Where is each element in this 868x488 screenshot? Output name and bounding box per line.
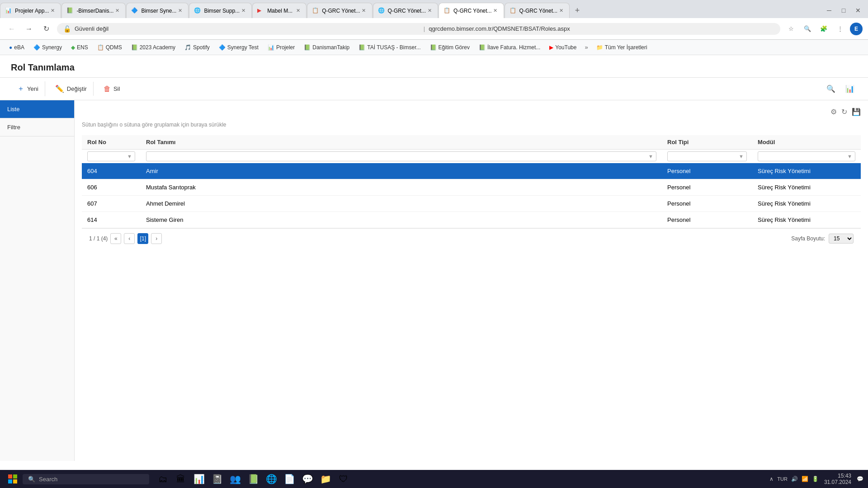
tab-close[interactable]: ✕ bbox=[294, 7, 302, 14]
taskbar-search[interactable]: 🔍 Search bbox=[23, 474, 149, 484]
next-page-button[interactable]: › bbox=[151, 233, 162, 244]
filter-rolno[interactable]: ▼ bbox=[87, 151, 135, 161]
col-header-rol-tipi[interactable]: Rol Tipi bbox=[662, 135, 752, 150]
refresh-button[interactable]: ↻ bbox=[40, 23, 52, 35]
taskbar-word-app[interactable]: 📄 bbox=[281, 471, 297, 487]
tab-qgrc2[interactable]: 🌐 Q-GRC Yönet... ✕ bbox=[373, 3, 438, 18]
page-title: Rol Tanımlama bbox=[11, 62, 857, 73]
tab-close[interactable]: ✕ bbox=[240, 7, 247, 14]
bookmark-folder[interactable]: 📁 Tüm Yer İşaretleri bbox=[593, 43, 651, 52]
taskbar-chrome-app[interactable]: 🌐 bbox=[263, 471, 279, 487]
tab-mabel[interactable]: ▶ Mabel M... ✕ bbox=[252, 3, 307, 18]
filter-roltanim[interactable]: ▼ bbox=[146, 151, 656, 161]
filter-roltipi[interactable]: ▼ bbox=[667, 151, 747, 161]
taskbar: 🔍 Search 🗂 🏛 📊 📓 👥 📗 🌐 📄 💬 bbox=[0, 470, 868, 488]
start-button[interactable] bbox=[5, 471, 21, 487]
bookmark-spotify[interactable]: 🎵 Spotify bbox=[181, 43, 213, 52]
bookmarks-more-button[interactable]: » bbox=[582, 42, 590, 52]
prev-page-button[interactable]: ‹ bbox=[124, 233, 135, 244]
table-row[interactable]: 614 Sisteme Giren Personel Süreç Risk Yö… bbox=[82, 212, 861, 228]
bookmark-ens[interactable]: ◆ ENS bbox=[67, 43, 92, 52]
tab-bimser-syne[interactable]: 🔷 Bimser Syne... ✕ bbox=[126, 3, 189, 18]
tab-bimser-supp[interactable]: 🌐 Bimser Supp... ✕ bbox=[189, 3, 252, 18]
table-row[interactable]: 607 Ahmet Demirel Personel Süreç Risk Yö… bbox=[82, 196, 861, 212]
tab-close[interactable]: ✕ bbox=[49, 7, 56, 14]
restore-button[interactable]: □ bbox=[837, 4, 850, 17]
taskbar-excel-app[interactable]: 📗 bbox=[245, 471, 261, 487]
bookmark-qdms[interactable]: 📋 QDMS bbox=[94, 43, 126, 52]
bookmark-ilave[interactable]: 📗 İlave Fatura. Hizmet... bbox=[475, 43, 544, 52]
save-view-icon-button[interactable]: 💾 bbox=[852, 108, 861, 116]
edit-button[interactable]: ✏️ Değiştir bbox=[49, 82, 94, 96]
taskbar-teams-app[interactable]: 📊 bbox=[191, 471, 207, 487]
tab-bimser-danis[interactable]: 📗 -BimserDanis... ✕ bbox=[61, 3, 126, 18]
filter-roltanim-input[interactable] bbox=[149, 153, 648, 160]
tab-qgrc3-active[interactable]: 📋 Q-GRC Yönet... ✕ bbox=[439, 3, 504, 18]
col-header-rol-no[interactable]: Rol No bbox=[82, 135, 141, 150]
taskbar-files-app[interactable]: 🗂 bbox=[155, 471, 171, 487]
taskbar-teams3-app[interactable]: 💬 bbox=[299, 471, 316, 487]
tab-close[interactable]: ✕ bbox=[492, 7, 499, 14]
refresh-icon-button[interactable]: ↻ bbox=[841, 108, 847, 116]
tab-qgrc4[interactable]: 📋 Q-GRC Yönet... ✕ bbox=[505, 3, 570, 18]
chevron-up-icon[interactable]: ∧ bbox=[769, 476, 774, 482]
tab-qgrc1[interactable]: 📋 Q-GRC Yönet... ✕ bbox=[307, 3, 372, 18]
col-header-modul[interactable]: Modül bbox=[752, 135, 861, 150]
bookmark-egitim[interactable]: 📗 Eğitim Görev bbox=[426, 43, 473, 52]
zoom-button[interactable]: 🔍 bbox=[801, 23, 814, 35]
bookmark-danismantakip[interactable]: 📗 DanismanTakip bbox=[300, 43, 353, 52]
search-icon-button[interactable]: 🔍 bbox=[824, 82, 838, 96]
profile-button[interactable]: E bbox=[850, 23, 863, 35]
bookmark-label: YouTube bbox=[555, 44, 576, 51]
taskbar-folder-app[interactable]: 📁 bbox=[317, 471, 334, 487]
star-button[interactable]: ☆ bbox=[785, 23, 797, 35]
tab-close[interactable]: ✕ bbox=[176, 7, 184, 14]
menu-button[interactable]: ⋮ bbox=[834, 23, 846, 35]
taskbar-security-app[interactable]: 🛡 bbox=[335, 471, 352, 487]
col-header-rol-tanim[interactable]: Rol Tanımı bbox=[141, 135, 662, 150]
page-size-select[interactable]: 15 25 50 100 bbox=[829, 234, 854, 244]
bookmark-projeler[interactable]: 📊 Projeler bbox=[264, 43, 298, 52]
network-icon[interactable]: 📶 bbox=[802, 476, 808, 482]
address-input-container[interactable]: 🔓 Güvenli değil | qgrcdemo.bimser.com.tr… bbox=[57, 23, 780, 35]
taskbar-onenote-app[interactable]: 📓 bbox=[209, 471, 225, 487]
notification-icon[interactable]: 💬 bbox=[857, 476, 863, 482]
tab-close[interactable]: ✕ bbox=[557, 7, 565, 14]
filter-roltipi-input[interactable] bbox=[670, 153, 739, 160]
sidebar-item-liste[interactable]: Liste bbox=[0, 100, 74, 118]
delete-button[interactable]: 🗑 Sil bbox=[97, 82, 126, 96]
table-row[interactable]: 606 Mustafa Sarıtoprak Personel Süreç Ri… bbox=[82, 179, 861, 196]
filter-rolno-input[interactable] bbox=[90, 153, 127, 160]
sidebar-item-filtre[interactable]: Filtre bbox=[0, 118, 74, 136]
bookmark-youtube[interactable]: ▶ YouTube bbox=[546, 43, 580, 52]
new-button[interactable]: ＋ Yeni bbox=[11, 81, 45, 96]
speaker-icon[interactable]: 🔊 bbox=[791, 476, 798, 482]
page-1-button[interactable]: [1] bbox=[137, 233, 148, 244]
extensions-button[interactable]: 🧩 bbox=[817, 23, 830, 35]
bookmark-synergy-test[interactable]: 🔷 Synergy Test bbox=[215, 43, 262, 52]
tab-close[interactable]: ✕ bbox=[360, 7, 368, 14]
close-button[interactable]: ✕ bbox=[852, 4, 864, 17]
tab-close[interactable]: ✕ bbox=[426, 7, 433, 14]
bookmark-eba[interactable]: ● eBA bbox=[5, 43, 28, 52]
table-row[interactable]: 604 Amir Personel Süreç Risk Yönetimi bbox=[82, 163, 861, 179]
bookmark-label: eBA bbox=[14, 44, 24, 51]
bookmark-tai[interactable]: 📗 TAİ TUSAŞ - Bimser... bbox=[355, 43, 424, 52]
filter-modul[interactable]: ▼ bbox=[758, 151, 855, 161]
filter-icon-button[interactable]: ⚙ bbox=[830, 108, 837, 116]
taskbar-turkey-app[interactable]: 🏛 bbox=[173, 471, 189, 487]
bookmark-synergy[interactable]: 🔷 Synergy bbox=[30, 43, 66, 52]
forward-button[interactable]: → bbox=[23, 23, 35, 35]
new-tab-button[interactable]: + bbox=[570, 3, 585, 18]
bookmark-academy[interactable]: 📗 2023 Academy bbox=[127, 43, 179, 52]
export-icon-button[interactable]: 📊 bbox=[843, 82, 857, 96]
cell-rolno: 607 bbox=[82, 196, 141, 212]
tab-close[interactable]: ✕ bbox=[113, 7, 121, 14]
taskbar-teams2-app[interactable]: 👥 bbox=[227, 471, 243, 487]
first-page-button[interactable]: « bbox=[110, 233, 121, 244]
tab-projeler[interactable]: 📊 Projeler App... ✕ bbox=[0, 3, 61, 18]
filter-modul-input[interactable] bbox=[761, 153, 847, 160]
battery-icon[interactable]: 🔋 bbox=[812, 476, 819, 482]
minimize-button[interactable]: ─ bbox=[823, 4, 835, 17]
back-button[interactable]: ← bbox=[5, 23, 18, 35]
